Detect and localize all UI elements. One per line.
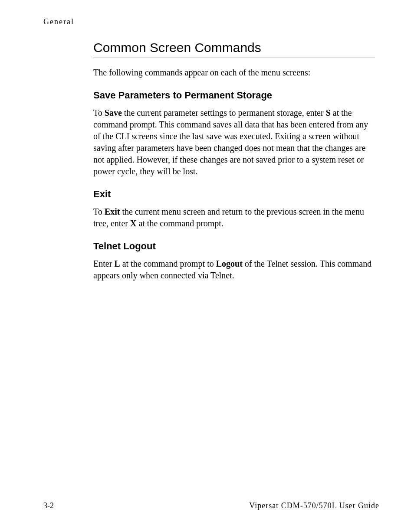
text: at the command prompt. This command save… [93,108,368,176]
text: To [93,207,105,216]
bold-s-key: S [326,108,331,117]
bold-x-key: X [130,219,136,228]
text: the current parameter settings to perman… [122,108,326,117]
exit-heading: Exit [93,189,375,200]
telnet-paragraph: Enter L at the command prompt to Logout … [93,258,375,281]
text: at the command prompt. [136,219,223,228]
text: at the command prompt to [120,259,216,268]
page: General Common Screen Commands The follo… [0,0,414,532]
exit-paragraph: To Exit the current menu screen and retu… [93,206,375,229]
bold-save: Save [105,108,122,117]
content-area: Common Screen Commands The following com… [93,40,375,281]
bold-exit: Exit [105,207,120,216]
telnet-heading: Telnet Logout [93,241,375,252]
guide-title: Vipersat CDM-570/570L User Guide [249,501,379,510]
bold-l-key: L [114,259,120,268]
save-heading: Save Parameters to Permanent Storage [93,90,375,101]
text: Enter [93,259,114,268]
running-head: General [43,17,379,26]
footer: 3-2 Vipersat CDM-570/570L User Guide [43,501,379,510]
bold-logout: Logout [216,259,243,268]
page-number: 3-2 [43,501,54,510]
save-paragraph: To Save the current parameter settings t… [93,107,375,177]
section-intro: The following commands appear on each of… [93,67,375,78]
text: To [93,108,105,117]
section-title: Common Screen Commands [93,40,375,58]
